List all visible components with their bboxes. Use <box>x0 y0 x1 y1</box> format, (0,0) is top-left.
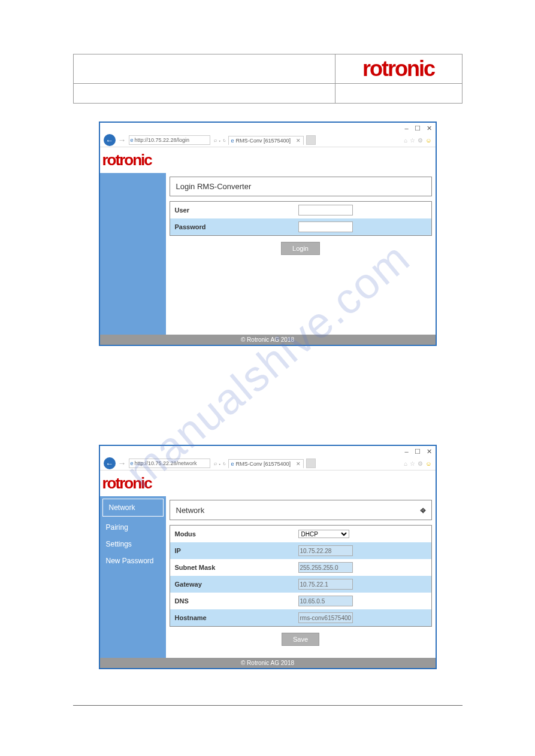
app-header: rotronic <box>100 147 436 173</box>
url-field[interactable]: e http://10.75.22.28/login <box>129 135 210 145</box>
dns-input[interactable] <box>298 596 353 606</box>
addr-search-icons[interactable]: ⌕ ▾ ↻ <box>214 460 226 466</box>
address-bar: ← → e http://10.75.22.28/login ⌕ ▾ ↻ e R… <box>100 133 436 147</box>
app-header: rotronic <box>100 470 436 496</box>
app-footer: © Rotronic AG 2018 <box>100 335 436 345</box>
sidebar-item-pairing[interactable]: Pairing <box>100 519 166 536</box>
addr-search-icons[interactable]: ⌕ ▾ ↻ <box>214 137 226 143</box>
tab-close-icon[interactable]: ✕ <box>296 138 301 144</box>
url-field[interactable]: e http://10.75.22.28/network <box>129 459 210 468</box>
modus-select[interactable]: DHCP <box>298 530 349 538</box>
save-button[interactable]: Save <box>282 633 319 646</box>
gateway-input[interactable] <box>298 579 353 590</box>
login-button[interactable]: Login <box>281 242 320 255</box>
ie-icon: e <box>131 460 134 466</box>
rotronic-logo: rotronic <box>102 151 152 169</box>
modus-label: Modus <box>170 526 294 543</box>
header-cell-1 <box>73 54 335 84</box>
back-button[interactable]: ← <box>104 134 116 146</box>
page-rule <box>73 705 463 706</box>
minimize-icon[interactable]: – <box>404 448 408 455</box>
feedback-icon[interactable]: ☺ <box>425 460 431 467</box>
toolbar-icons: ⌂ ☆ ⚙ ☺ <box>404 137 431 144</box>
hostname-input[interactable] <box>298 612 353 623</box>
favorites-icon[interactable]: ☆ <box>410 137 415 144</box>
close-icon[interactable]: ✕ <box>427 125 432 132</box>
doc-header-table: rotronic <box>73 54 463 104</box>
panel-title: Login RMS-Converter <box>170 177 432 196</box>
home-icon[interactable]: ⌂ <box>404 460 407 467</box>
sidebar: Network Pairing Settings New Password <box>100 496 166 658</box>
panel-title-text: Network <box>176 506 205 515</box>
tools-icon[interactable]: ⚙ <box>418 460 423 467</box>
ie-icon: e <box>231 461 234 467</box>
url-text: http://10.75.22.28/network <box>135 460 197 466</box>
header-cell-4 <box>335 84 462 104</box>
forward-button[interactable]: → <box>118 459 126 468</box>
panel-title: Network ⎆ <box>170 500 432 520</box>
window-titlebar: – ☐ ✕ <box>100 123 436 133</box>
main-content: Network ⎆ Modus DHCP IP Subnet Mask <box>166 496 436 658</box>
maximize-icon[interactable]: ☐ <box>415 448 421 456</box>
tab-close-icon[interactable]: ✕ <box>296 461 301 467</box>
favorites-icon[interactable]: ☆ <box>410 460 415 467</box>
screenshot-network: – ☐ ✕ ← → e http://10.75.22.28/network ⌕… <box>99 445 437 669</box>
main-content: Login RMS-Converter User Password Login <box>166 173 436 335</box>
subnet-input[interactable] <box>298 562 353 573</box>
user-input[interactable] <box>298 205 353 215</box>
close-icon[interactable]: ✕ <box>427 448 432 456</box>
home-icon[interactable]: ⌂ <box>404 137 407 144</box>
back-button[interactable]: ← <box>104 457 116 469</box>
password-label: Password <box>170 218 294 236</box>
app-footer: © Rotronic AG 2018 <box>100 658 436 668</box>
dns-label: DNS <box>170 593 294 609</box>
tab-label: RMS-Conv [61575400] <box>236 461 291 467</box>
minimize-icon[interactable]: – <box>404 125 408 132</box>
password-input[interactable] <box>298 221 353 232</box>
header-cell-3 <box>73 84 335 104</box>
user-label: User <box>170 202 294 219</box>
tab-label: RMS-Conv [61575400] <box>236 138 291 144</box>
sidebar-item-settings[interactable]: Settings <box>100 536 166 552</box>
gateway-label: Gateway <box>170 576 294 593</box>
window-titlebar: – ☐ ✕ <box>100 446 436 457</box>
browser-tab[interactable]: e RMS-Conv [61575400] ✕ <box>228 459 304 468</box>
feedback-icon[interactable]: ☺ <box>425 137 431 144</box>
address-bar: ← → e http://10.75.22.28/network ⌕ ▾ ↻ e… <box>100 457 436 470</box>
browser-tab[interactable]: e RMS-Conv [61575400] ✕ <box>228 136 304 145</box>
login-form: User Password <box>170 201 432 236</box>
ip-input[interactable] <box>298 545 353 556</box>
panel-title-text: Login RMS-Converter <box>176 182 252 191</box>
sidebar-empty <box>100 173 166 335</box>
url-text: http://10.75.22.28/login <box>135 137 190 143</box>
maximize-icon[interactable]: ☐ <box>415 125 421 132</box>
tools-icon[interactable]: ⚙ <box>418 137 423 144</box>
ie-icon: e <box>131 137 134 143</box>
ie-icon: e <box>231 138 234 144</box>
toolbar-icons: ⌂ ☆ ⚙ ☺ <box>404 460 431 467</box>
new-tab-button[interactable] <box>306 459 316 468</box>
rotronic-logo: rotronic <box>362 56 434 81</box>
logout-icon[interactable]: ⎆ <box>421 505 425 515</box>
sidebar-item-new-password[interactable]: New Password <box>100 552 166 569</box>
hostname-label: Hostname <box>170 609 294 627</box>
subnet-label: Subnet Mask <box>170 559 294 576</box>
forward-button[interactable]: → <box>118 135 126 145</box>
ip-label: IP <box>170 542 294 559</box>
new-tab-button[interactable] <box>306 135 316 145</box>
rotronic-logo: rotronic <box>102 474 152 492</box>
network-form: Modus DHCP IP Subnet Mask Gateway <box>170 525 432 627</box>
header-logo-cell: rotronic <box>335 54 462 84</box>
sidebar-item-network[interactable]: Network <box>102 499 164 517</box>
screenshot-login: – ☐ ✕ ← → e http://10.75.22.28/login ⌕ ▾… <box>99 122 437 346</box>
